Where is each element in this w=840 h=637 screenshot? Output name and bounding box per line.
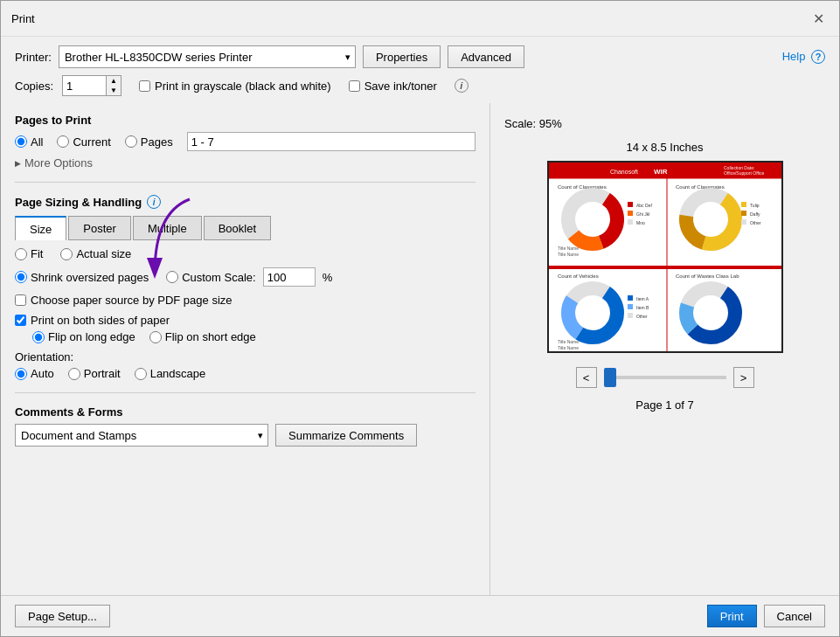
svg-rect-27	[741, 202, 746, 207]
custom-scale-radio[interactable]	[166, 271, 178, 283]
svg-text:Title Name: Title Name	[558, 345, 579, 350]
copies-up-button[interactable]: ▲	[107, 76, 121, 86]
flip-long-radio[interactable]	[32, 331, 45, 343]
portrait-radio[interactable]	[68, 368, 80, 380]
prev-page-button[interactable]: <	[576, 367, 597, 388]
all-label: All	[31, 135, 43, 149]
fit-actual-row: Fit Actual size	[15, 247, 476, 260]
preview-size-label: 14 x 8.5 Inches	[626, 141, 703, 154]
scale-text: Scale: 95%	[504, 117, 562, 130]
orientation-options: Auto Portrait Landscape	[15, 367, 476, 380]
grayscale-label: Print in grayscale (black and white)	[155, 80, 331, 93]
custom-scale-radio-label[interactable]: Custom Scale:	[166, 271, 256, 284]
landscape-label: Landscape	[150, 367, 206, 380]
print-button[interactable]: Print	[707, 605, 757, 627]
auto-radio-label[interactable]: Auto	[15, 367, 54, 380]
save-ink-checkbox[interactable]	[349, 80, 360, 92]
svg-text:Ghi Jkl: Ghi Jkl	[636, 211, 649, 217]
properties-button[interactable]: Properties	[363, 45, 441, 68]
flip-long-radio-label[interactable]: Flip on long edge	[32, 330, 135, 343]
preview-area: 14 x 8.5 Inches Chanosoft WIR Collection…	[547, 141, 783, 585]
pages-label: Pages	[141, 135, 173, 149]
actual-size-label: Actual size	[76, 247, 131, 260]
left-panel: Pages to Print All Current Pages	[1, 103, 490, 595]
comments-select[interactable]: Document and Stamps	[15, 424, 268, 447]
shrink-label: Shrink oversized pages	[31, 271, 149, 284]
flip-long-label: Flip on long edge	[48, 330, 135, 343]
all-radio-label[interactable]: All	[15, 135, 43, 149]
portrait-radio-label[interactable]: Portrait	[68, 367, 121, 380]
fit-radio[interactable]	[15, 248, 27, 260]
fit-radio-label[interactable]: Fit	[15, 247, 43, 260]
size-tab[interactable]: Size	[15, 216, 66, 240]
copies-down-button[interactable]: ▼	[107, 86, 121, 95]
auto-label: Auto	[31, 367, 54, 380]
save-ink-checkbox-label[interactable]: Save ink/toner	[349, 80, 437, 93]
svg-text:WIR: WIR	[654, 168, 668, 176]
printer-label: Printer:	[15, 51, 52, 64]
choose-paper-checkbox[interactable]	[15, 294, 26, 306]
both-sides-checkbox[interactable]	[15, 315, 26, 326]
portrait-label: Portrait	[84, 367, 121, 380]
svg-rect-14	[628, 202, 633, 207]
advanced-button[interactable]: Advanced	[448, 45, 524, 68]
shrink-radio[interactable]	[15, 271, 27, 283]
more-options-label: More Options	[24, 156, 93, 170]
multiple-tab[interactable]: Multiple	[133, 216, 202, 240]
custom-scale-input[interactable]	[263, 267, 316, 287]
page-info: Page 1 of 7	[635, 398, 694, 412]
landscape-radio[interactable]	[135, 368, 147, 380]
grayscale-checkbox-label[interactable]: Print in grayscale (black and white)	[139, 80, 331, 93]
svg-point-26	[700, 209, 721, 230]
bottom-bar: Page Setup... Print Cancel	[1, 595, 839, 636]
svg-rect-16	[628, 211, 633, 216]
booklet-tab[interactable]: Booklet	[204, 216, 271, 240]
auto-radio[interactable]	[15, 368, 27, 380]
current-radio[interactable]	[57, 135, 69, 148]
page-nav: < >	[547, 367, 783, 388]
next-page-button[interactable]: >	[733, 367, 754, 388]
pages-radio[interactable]	[125, 135, 137, 148]
sizing-info-icon[interactable]: i	[147, 195, 161, 209]
poster-tab[interactable]: Poster	[68, 216, 131, 240]
help-link[interactable]: Help ?	[782, 50, 825, 63]
close-icon: ✕	[813, 10, 824, 27]
actual-size-radio[interactable]	[60, 248, 73, 260]
page-slider[interactable]	[604, 376, 726, 379]
printer-select[interactable]: Brother HL-L8350CDW series Printer	[59, 45, 356, 68]
sizing-header-row: Page Sizing & Handling i	[15, 195, 476, 209]
pages-input[interactable]	[187, 132, 476, 151]
svg-text:Abc Def: Abc Def	[636, 203, 652, 208]
more-options[interactable]: ▶ More Options	[15, 156, 476, 170]
choose-paper-checkbox-label[interactable]: Choose paper source by PDF page size	[15, 294, 476, 307]
page-setup-button[interactable]: Page Setup...	[15, 605, 110, 627]
dialog-title: Print	[11, 12, 35, 25]
current-radio-label[interactable]: Current	[57, 135, 110, 149]
preview-image: Chanosoft WIR Collection Date: Office/Su…	[549, 163, 783, 353]
percent-label: %	[323, 271, 333, 284]
actual-size-radio-label[interactable]: Actual size	[60, 247, 131, 260]
cancel-button[interactable]: Cancel	[764, 605, 825, 627]
svg-text:Title Name: Title Name	[558, 252, 579, 257]
svg-text:Title Name: Title Name	[558, 246, 579, 251]
grayscale-checkbox[interactable]	[139, 80, 150, 92]
flip-short-radio[interactable]	[149, 331, 162, 343]
preview-box: Chanosoft WIR Collection Date: Office/Su…	[547, 161, 783, 353]
pages-section: Pages to Print All Current Pages	[15, 114, 476, 170]
all-radio[interactable]	[15, 135, 27, 148]
svg-rect-44	[628, 304, 633, 309]
both-sides-checkbox-label[interactable]: Print on both sides of paper	[15, 314, 476, 327]
pages-radio-label[interactable]: Pages	[125, 135, 173, 149]
svg-rect-33	[549, 266, 783, 269]
svg-text:Mno: Mno	[636, 220, 645, 225]
orientation-section: Orientation: Auto Portrait Landscape	[15, 350, 476, 380]
landscape-radio-label[interactable]: Landscape	[135, 367, 206, 380]
both-sides-label: Print on both sides of paper	[31, 314, 170, 327]
copies-input[interactable]	[62, 75, 106, 96]
shrink-radio-label[interactable]: Shrink oversized pages	[15, 271, 149, 284]
right-panel: Scale: 95% 14 x 8.5 Inches Chanosoft WIR…	[490, 103, 839, 595]
chevron-right-icon: ▶	[15, 159, 21, 168]
summarize-comments-button[interactable]: Summarize Comments	[275, 424, 417, 447]
flip-short-radio-label[interactable]: Flip on short edge	[149, 330, 256, 343]
close-button[interactable]: ✕	[808, 8, 829, 29]
